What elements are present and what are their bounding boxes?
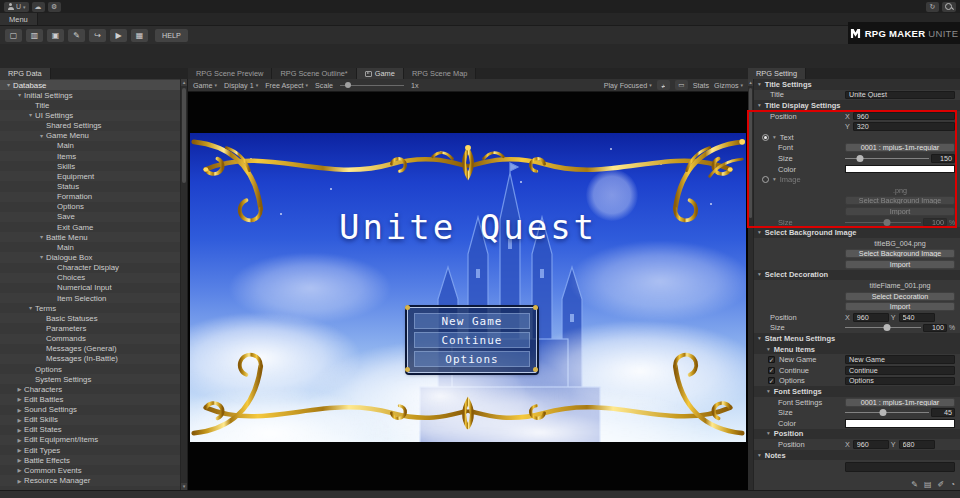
tree-item-exit-game[interactable]: Exit Game [0, 222, 180, 232]
display-target-dropdown[interactable]: Game▾ [193, 81, 217, 90]
display-dropdown[interactable]: Display 1▾ [224, 81, 258, 90]
foldout-closed-icon[interactable]: ▶ [15, 417, 24, 423]
tree-item-database[interactable]: ▼Database [0, 80, 180, 90]
select-background-image-button[interactable]: Select Background Image [845, 249, 955, 258]
import-button[interactable]: Import [845, 302, 955, 311]
slider-knob[interactable] [857, 155, 864, 162]
size-value[interactable]: 45 [931, 408, 955, 417]
tree-item-numerical-input[interactable]: Numerical Input [0, 283, 180, 293]
row-title-settings[interactable]: ▼Title Settings [754, 79, 960, 90]
foldout-closed-icon[interactable]: ▶ [15, 427, 24, 433]
foldout-open-icon[interactable]: ▼ [757, 82, 762, 87]
tree-item-dialogue-box[interactable]: ▼Dialogue Box [0, 252, 180, 262]
foldout-closed-icon[interactable]: ▶ [15, 386, 24, 392]
tree-item-items[interactable]: Items [0, 151, 180, 161]
foldout-closed-icon[interactable]: ▶ [15, 467, 24, 473]
continue-checkbox[interactable]: ✓ [768, 367, 775, 374]
font-settings-button[interactable]: 0001 : mplus-1m-regular [845, 398, 955, 407]
position-x-input[interactable] [853, 313, 889, 322]
image-radio[interactable] [762, 176, 769, 183]
options-checkbox[interactable]: ✓ [768, 377, 775, 384]
save-button[interactable]: ▣ [47, 29, 64, 42]
row-start-menu-settings[interactable]: ▼Start Menu Settings [754, 333, 960, 344]
foldout-open-icon[interactable]: ▼ [4, 82, 13, 88]
help-button[interactable]: HELP [155, 29, 188, 42]
tree-item-choices[interactable]: Choices [0, 273, 180, 283]
tree-item-save[interactable]: Save [0, 212, 180, 222]
tab-rpg-scene-outline[interactable]: RPG Scene Outline* [272, 68, 356, 79]
tree-item-game-menu[interactable]: ▼Game Menu [0, 131, 180, 141]
play-mode-dropdown[interactable]: Play Focused▾ [604, 81, 652, 90]
tree-item-terms[interactable]: ▼Terms [0, 303, 180, 313]
vsync-button[interactable]: ▭ [675, 80, 688, 90]
tree-item-main[interactable]: Main [0, 242, 180, 252]
tree-item-messages-in-battle[interactable]: Messages (In-Battle) [0, 354, 180, 364]
mute-audio-button[interactable]: ♪ [657, 80, 670, 90]
aspect-dropdown[interactable]: Free Aspect▾ [265, 81, 308, 90]
tab-rpg-scene-map[interactable]: RPG Scene Map [404, 68, 476, 79]
foldout-closed-icon[interactable]: ▶ [15, 478, 24, 484]
foldout-open-icon[interactable]: ▼ [26, 305, 35, 311]
open-project-button[interactable]: ▥ [26, 29, 43, 42]
tree-item-messages-general[interactable]: Messages (General) [0, 344, 180, 354]
new-file-button[interactable]: ▢ [5, 29, 22, 42]
font-button[interactable]: 0001 : mplus-1m-regular [845, 143, 955, 152]
size-slider[interactable] [845, 222, 921, 223]
position-y-input[interactable] [853, 122, 955, 131]
tree-item-edit-equipment-items[interactable]: ▶Edit Equipment/Items [0, 435, 180, 445]
scene-paint-icon[interactable]: ✎ [911, 480, 918, 489]
scroll-down-icon[interactable]: ▼ [181, 483, 187, 490]
tree-item-battle-effects[interactable]: ▶Battle Effects [0, 455, 180, 465]
history-button[interactable]: ↻ [926, 2, 939, 12]
tab-rpg-setting[interactable]: RPG Setting [748, 68, 806, 79]
foldout-open-icon[interactable]: ▼ [37, 234, 46, 240]
size-slider[interactable] [845, 412, 929, 413]
stats-button[interactable]: Stats [693, 81, 709, 90]
foldout-closed-icon[interactable]: ▶ [15, 396, 24, 402]
gizmos-dropdown[interactable]: Gizmos▾ [714, 81, 743, 90]
position-x-input[interactable] [853, 440, 889, 449]
title-input[interactable] [845, 91, 955, 100]
foldout-open-icon[interactable]: ▼ [772, 135, 777, 140]
size-value[interactable]: 150 [931, 154, 955, 163]
foldout-open-icon[interactable]: ▼ [757, 272, 762, 277]
new-game-checkbox[interactable]: ✓ [768, 356, 775, 363]
tree-item-edit-states[interactable]: ▶Edit States [0, 425, 180, 435]
foldout-closed-icon[interactable]: ▶ [15, 407, 24, 413]
color-swatch[interactable] [845, 419, 955, 428]
scroll-up-icon[interactable]: ▲ [748, 79, 753, 86]
tree-item-status[interactable]: Status [0, 181, 180, 191]
foldout-open-icon[interactable]: ▼ [26, 112, 35, 118]
tree-item-common-events[interactable]: ▶Common Events [0, 465, 180, 475]
row-select-background-image[interactable]: ▼Select Background Image [754, 227, 960, 238]
tree-item-edit-types[interactable]: ▶Edit Types [0, 445, 180, 455]
slider-knob[interactable] [883, 219, 890, 226]
tree-item-commands[interactable]: Commands [0, 334, 180, 344]
select-decoration-button[interactable]: Select Decoration [845, 292, 955, 301]
slider-knob[interactable] [879, 409, 886, 416]
new-game-input[interactable] [845, 355, 955, 364]
row-position[interactable]: ▼Position [754, 429, 960, 440]
tree-item-options[interactable]: Options [0, 202, 180, 212]
tree-item-equipment[interactable]: Equipment [0, 171, 180, 181]
account-button[interactable]: U ▾ [4, 2, 29, 12]
import-export-button[interactable]: ↪ [89, 29, 106, 42]
scrollbar-thumb[interactable] [182, 88, 186, 183]
tab-rpg-scene-preview[interactable]: RPG Scene Preview [188, 68, 272, 79]
tree-item-edit-skills[interactable]: ▶Edit Skills [0, 415, 180, 425]
size-value[interactable]: 100 [923, 324, 947, 333]
row-notes[interactable]: ▼Notes [754, 450, 960, 461]
foldout-open-icon[interactable]: ▼ [766, 389, 771, 394]
tree-item-initial-settings[interactable]: ▼Initial Settings [0, 90, 180, 100]
foldout-open-icon[interactable]: ▼ [757, 230, 762, 235]
tree-item-ui-settings[interactable]: ▼UI Settings [0, 110, 180, 120]
options-input[interactable] [845, 377, 955, 386]
cloud-button[interactable]: ☁ [32, 2, 45, 12]
tree-item-characters[interactable]: ▶Characters [0, 384, 180, 394]
continue-input[interactable] [845, 366, 955, 375]
continue-menu-button[interactable]: Continue [414, 332, 530, 348]
tab-game[interactable]: Game [357, 68, 404, 79]
tree-item-item-selection[interactable]: Item Selection [0, 293, 180, 303]
foldout-open-icon[interactable]: ▼ [766, 431, 771, 436]
scale-slider[interactable] [340, 85, 404, 86]
